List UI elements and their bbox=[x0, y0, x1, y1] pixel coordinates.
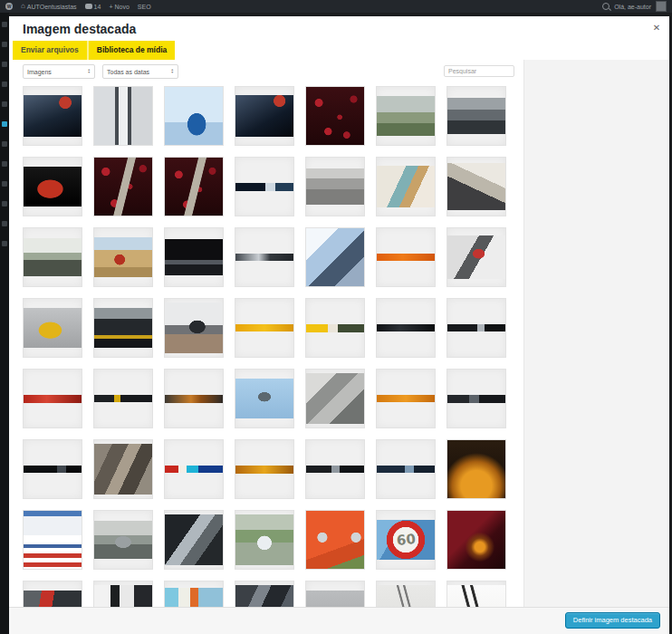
tab-upload-files[interactable]: Enviar arquivos bbox=[13, 41, 87, 60]
media-tile-black-race-car[interactable] bbox=[164, 227, 224, 287]
media-tile-orange-strip[interactable] bbox=[376, 227, 436, 287]
media-tile-golden-dome-night[interactable] bbox=[446, 439, 506, 499]
media-tile-yellow-field-strip[interactable] bbox=[305, 298, 365, 358]
media-tile-industrial-street[interactable] bbox=[235, 581, 294, 608]
white-f1-car-image bbox=[235, 514, 293, 565]
set-featured-image-button[interactable]: Definir imagem destacada bbox=[565, 612, 660, 629]
media-tile-gray-strip[interactable] bbox=[235, 227, 294, 287]
new-content-menu[interactable]: + Novo bbox=[109, 4, 129, 10]
dark-yellow-strip-image bbox=[94, 395, 152, 402]
search-icon[interactable] bbox=[602, 3, 610, 10]
media-tile-red-car-glowing-wheel[interactable] bbox=[446, 510, 506, 570]
admin-menu-dashboard-icon[interactable] bbox=[2, 22, 7, 27]
media-tile-multicolor-strip[interactable] bbox=[164, 439, 224, 499]
search-input[interactable] bbox=[444, 65, 514, 77]
porsche-ae-stripes-image bbox=[94, 86, 152, 146]
media-tile-car-crane-lift[interactable] bbox=[376, 86, 436, 146]
admin-menu-plugins-icon[interactable] bbox=[2, 141, 7, 147]
blue-dark-strip-image bbox=[377, 466, 435, 473]
admin-menu-pages-icon[interactable] bbox=[2, 82, 7, 87]
gray-photo-image bbox=[306, 591, 364, 608]
avatar[interactable] bbox=[656, 1, 667, 12]
media-tile-blue-roadster[interactable] bbox=[164, 86, 224, 146]
media-tile-white-f1-car[interactable] bbox=[235, 510, 294, 570]
media-tile-yellow-black-taxis[interactable] bbox=[93, 298, 153, 358]
chevron-updown-icon: ▲▼ bbox=[171, 69, 174, 74]
media-tile-wheel-closeup[interactable] bbox=[93, 581, 153, 608]
media-tile-bw-classic-car[interactable] bbox=[446, 86, 506, 146]
media-tile-beach-illustration[interactable] bbox=[164, 581, 224, 608]
media-tile-porsche-ae-stripes[interactable] bbox=[93, 86, 153, 146]
comments-link[interactable]: 14 bbox=[85, 4, 101, 10]
admin-menu-comments-icon[interactable] bbox=[2, 101, 7, 107]
media-tile-classic-interior[interactable] bbox=[446, 157, 506, 216]
media-date-filter[interactable]: Todas as datas ▲▼ bbox=[102, 64, 178, 79]
media-tile-motion-blur-blue[interactable] bbox=[305, 227, 365, 287]
media-tile-orange-beetle[interactable] bbox=[305, 510, 365, 570]
media-tile-scooter-road[interactable] bbox=[164, 298, 224, 358]
media-tile-light-trails-strip[interactable] bbox=[235, 439, 294, 499]
black-race-car-image bbox=[165, 239, 223, 275]
media-tile-berries-arrow-2[interactable] bbox=[164, 157, 224, 216]
media-tile-gray-photo[interactable] bbox=[305, 581, 365, 608]
media-tile-sunset-strip[interactable] bbox=[164, 369, 224, 428]
horizon-strip-image bbox=[235, 183, 293, 191]
account-menu[interactable]: Olá, ae-autor bbox=[614, 4, 651, 10]
sunset-strip-image bbox=[165, 395, 223, 403]
media-tile-horizon-strip[interactable] bbox=[235, 157, 294, 216]
admin-menu-collapse-menu-icon[interactable] bbox=[2, 241, 7, 246]
admin-menu-posts-icon[interactable] bbox=[2, 42, 7, 47]
media-tile-speed-limit-60-sign[interactable]: 60 bbox=[376, 510, 436, 570]
media-tile-red-gray-detail[interactable] bbox=[23, 581, 82, 608]
new-label: Novo bbox=[114, 4, 129, 10]
admin-menu-settings-icon[interactable] bbox=[2, 201, 7, 207]
media-tile-fighter-jet[interactable] bbox=[235, 369, 294, 428]
media-tile-dark-yellow-strip[interactable] bbox=[93, 369, 153, 428]
wordpress-logo-menu[interactable]: W bbox=[5, 3, 13, 10]
media-tile-webpage-screenshot[interactable] bbox=[23, 510, 82, 570]
admin-menu-tools-icon[interactable] bbox=[2, 181, 7, 187]
media-tile-dark-strip-2[interactable] bbox=[305, 439, 365, 499]
media-tile-berries-arrow-1[interactable] bbox=[93, 157, 153, 216]
red-car-glowing-wheel-image bbox=[447, 510, 505, 570]
desert-truck-image bbox=[94, 237, 152, 277]
close-icon[interactable]: ✕ bbox=[650, 22, 663, 34]
berries-arrow-2-image bbox=[165, 157, 223, 216]
media-tile-desert-truck[interactable] bbox=[93, 227, 153, 287]
admin-menu-appearance-icon[interactable] bbox=[2, 121, 7, 127]
media-tile-lumber-pile[interactable] bbox=[93, 439, 153, 499]
seo-menu[interactable]: SEO bbox=[138, 4, 151, 10]
media-tile-red-berries[interactable] bbox=[305, 86, 365, 146]
media-tile-black-strip-2[interactable] bbox=[446, 298, 506, 358]
media-tile-red-seatbelt-detail[interactable] bbox=[446, 227, 506, 287]
tab-media-library[interactable]: Biblioteca de mídia bbox=[87, 41, 175, 60]
media-tile-red-classic-car[interactable] bbox=[23, 157, 82, 216]
media-tile-yellow-tractor[interactable] bbox=[23, 298, 82, 358]
media-tile-sketch-ha[interactable] bbox=[446, 581, 506, 608]
admin-menu-media-icon[interactable] bbox=[2, 62, 7, 67]
media-tile-blue-dark-strip[interactable] bbox=[376, 439, 436, 499]
media-tile-parked-cars-signature[interactable] bbox=[23, 227, 82, 287]
admin-menu-seo-icon[interactable] bbox=[2, 221, 7, 226]
media-tile-silver-suv[interactable] bbox=[93, 510, 153, 570]
media-tile-orange-strip-2[interactable] bbox=[376, 369, 436, 428]
media-tile-sketch-h[interactable] bbox=[376, 581, 436, 608]
media-tile-mercedes-amg-grille[interactable] bbox=[23, 86, 82, 146]
berries-arrow-1-image bbox=[94, 157, 152, 216]
sketch-ha-image bbox=[447, 585, 505, 608]
admin-menu-users-icon[interactable] bbox=[2, 161, 7, 167]
media-tile-black-strip-3[interactable] bbox=[23, 439, 82, 499]
media-tile-aerial-crosswalk[interactable] bbox=[305, 157, 365, 216]
media-tile-magazine-spread[interactable] bbox=[376, 157, 436, 216]
media-tile-carrier-deck[interactable] bbox=[305, 369, 365, 428]
magazine-spread-image bbox=[377, 166, 435, 207]
attachment-details-sidebar bbox=[523, 60, 669, 608]
media-tile-mercedes-grille-2[interactable] bbox=[235, 86, 294, 146]
media-type-filter[interactable]: Imagens ▲▼ bbox=[23, 64, 95, 79]
site-name-link[interactable]: ⌂ AUTOentusiastas bbox=[21, 3, 77, 10]
media-tile-yellow-car-strip[interactable] bbox=[235, 298, 294, 358]
media-tile-black-strip-1[interactable] bbox=[376, 298, 436, 358]
media-tile-hood-ornament[interactable] bbox=[164, 510, 224, 570]
media-tile-dark-strip-1[interactable] bbox=[446, 369, 506, 428]
media-tile-red-car-strip[interactable] bbox=[23, 369, 82, 428]
